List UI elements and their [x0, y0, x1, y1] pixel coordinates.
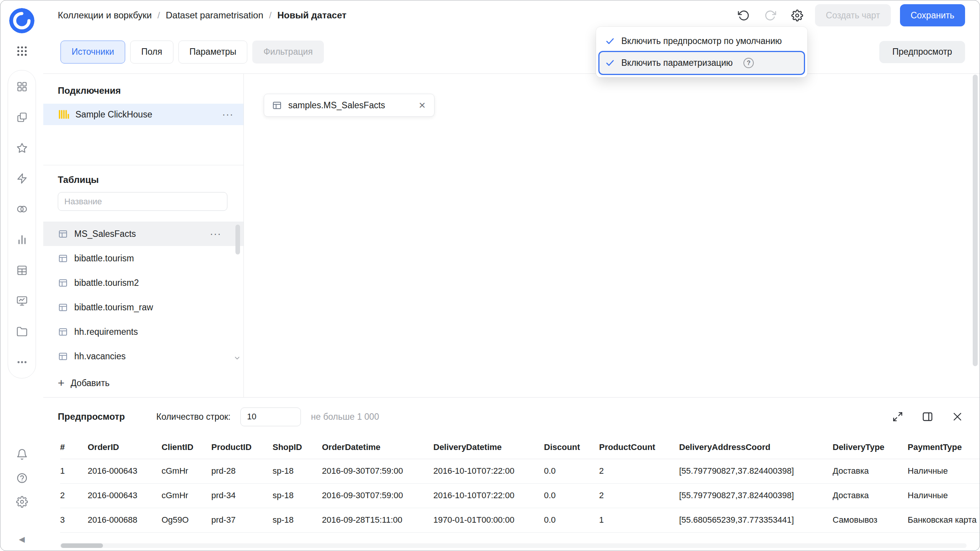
tab-fields[interactable]: Поля [130, 41, 173, 64]
table-item-label: MS_SalesFacts [74, 229, 136, 239]
column-header: PaymentType [908, 436, 980, 459]
cell: Банковская карта [908, 508, 980, 532]
undo-icon [738, 10, 750, 21]
clickhouse-icon [58, 109, 69, 120]
cell: 2016-09-30T07:59:00 [322, 459, 433, 483]
cell: 2016-09-28T15:11:00 [322, 508, 433, 532]
connection-name: Sample ClickHouse [75, 109, 152, 120]
collapse-sidebar-button[interactable]: ◀ [14, 532, 29, 546]
cell: prd-34 [211, 483, 273, 508]
table-icon [58, 278, 68, 288]
rail-settings-button[interactable] [14, 494, 29, 509]
breadcrumb-workbook[interactable]: Dataset parametrisation [166, 10, 263, 21]
nav-dashboards-button[interactable] [14, 79, 29, 94]
cell: 2016-000643 [88, 483, 162, 508]
column-header: OrderDatetime [322, 436, 433, 459]
preview-header: Предпросмотр Количество строк: не больше… [43, 398, 980, 436]
nav-collections-button[interactable] [14, 109, 29, 125]
horizontal-scrollbar-thumb[interactable] [61, 543, 103, 548]
venn-icon [16, 203, 28, 215]
scroll-down-icon[interactable] [234, 355, 240, 363]
nav-editor-button[interactable] [14, 293, 29, 308]
monitor-icon [16, 295, 28, 307]
column-header: ProductCount [599, 436, 679, 459]
cell: 1 [599, 508, 679, 532]
close-preview-button[interactable] [951, 410, 964, 424]
table-item[interactable]: bibattle.tourism_raw [43, 295, 243, 320]
collapse-icon: ◀ [19, 535, 24, 544]
datalens-logo-icon[interactable] [9, 8, 34, 33]
table-search-input[interactable] [58, 192, 227, 211]
nav-more-button[interactable] [14, 354, 29, 370]
help-button[interactable] [14, 470, 29, 486]
nav-storage-button[interactable] [14, 324, 29, 339]
help-circle-icon[interactable]: ? [743, 58, 754, 68]
table-item-selected[interactable]: MS_SalesFacts ··· [43, 222, 243, 246]
tab-filtering[interactable]: Фильтрация [252, 41, 324, 64]
cell: Og59O [162, 508, 211, 532]
nav-connections-button[interactable] [14, 171, 29, 186]
redo-icon [764, 10, 776, 21]
table-item[interactable]: bibattle.tourism2 [43, 271, 243, 295]
topbar-actions: Создать чарт Сохранить [735, 4, 965, 26]
remove-source-icon[interactable]: × [419, 99, 426, 111]
connection-item[interactable]: Sample ClickHouse ··· [43, 104, 243, 125]
cell: Самовывоз [833, 508, 908, 532]
table-item[interactable]: hh.vacancies [43, 344, 243, 368]
star-icon [16, 142, 28, 154]
cell: [55.680565239,37.773353441] [679, 508, 833, 532]
table-horizontal-scrollbar[interactable] [60, 543, 967, 548]
cell: sp-18 [273, 483, 322, 508]
table-item[interactable]: hh.requirements [43, 320, 243, 344]
connection-more-button[interactable]: ··· [222, 109, 234, 120]
tab-parameters[interactable]: Параметры [178, 41, 248, 64]
dataset-settings-button[interactable] [788, 7, 806, 24]
tab-sources[interactable]: Источники [60, 41, 125, 64]
preview-table-header-row: # OrderID ClientID ProductID ShopID Orde… [60, 436, 980, 459]
cell: prd-37 [211, 508, 273, 532]
page-vertical-scrollbar[interactable] [973, 75, 978, 366]
preview-title: Предпросмотр [58, 411, 125, 422]
breadcrumb-separator: / [157, 10, 160, 21]
table-item[interactable]: bibattle.tourism [43, 246, 243, 271]
dock-preview-button[interactable] [921, 410, 934, 424]
lightning-icon [16, 173, 28, 184]
redo-button[interactable] [761, 7, 779, 24]
table-more-button[interactable]: ··· [210, 229, 221, 239]
add-table-button[interactable]: + Добавить [43, 372, 243, 394]
tables-list: MS_SalesFacts ··· bibattle.tourism bibat… [43, 222, 243, 368]
breadcrumb-collections[interactable]: Коллекции и воркбуки [58, 10, 152, 21]
undo-button[interactable] [735, 7, 752, 24]
apps-grid-icon[interactable] [14, 43, 29, 59]
plus-icon: + [58, 377, 65, 389]
table-icon [272, 100, 282, 111]
tables-list-scrollbar[interactable] [235, 225, 240, 254]
app-window: ◀ Коллекции и воркбуки / Dataset paramet… [0, 0, 980, 551]
column-header: DeliveryDatetime [433, 436, 544, 459]
side-panel-icon [922, 411, 933, 422]
preview-actions [891, 410, 964, 424]
dataset-source-chip[interactable]: samples.MS_SalesFacts × [264, 94, 434, 117]
sources-canvas: samples.MS_SalesFacts × [244, 74, 980, 397]
nav-tables-button[interactable] [14, 262, 29, 278]
table-item-label: bibattle.tourism_raw [74, 302, 153, 313]
notifications-button[interactable] [14, 447, 29, 462]
rail-bottom: ◀ [14, 438, 29, 551]
expand-preview-button[interactable] [891, 410, 905, 424]
menu-item-parametrization[interactable]: Включить параметризацию ? [599, 52, 804, 74]
save-button[interactable]: Сохранить [900, 4, 965, 26]
gear-icon [16, 496, 28, 508]
table-icon [58, 351, 68, 362]
menu-item-default-preview[interactable]: Включить предпросмотр по умолчанию [599, 30, 804, 52]
table-icon [58, 253, 68, 264]
preview-table-wrap: # OrderID ClientID ProductID ShopID Orde… [43, 436, 980, 551]
create-chart-button[interactable]: Создать чарт [815, 4, 890, 26]
cell: sp-18 [273, 459, 322, 483]
row-count-input[interactable] [240, 408, 301, 426]
nav-favorites-button[interactable] [14, 140, 29, 155]
cell: [55.797790827,37.824400398] [679, 459, 833, 483]
nav-charts-button[interactable] [14, 232, 29, 247]
preview-table: # OrderID ClientID ProductID ShopID Orde… [60, 436, 980, 533]
nav-datasets-button[interactable] [14, 201, 29, 217]
preview-toggle-button[interactable]: Предпросмотр [879, 41, 965, 63]
